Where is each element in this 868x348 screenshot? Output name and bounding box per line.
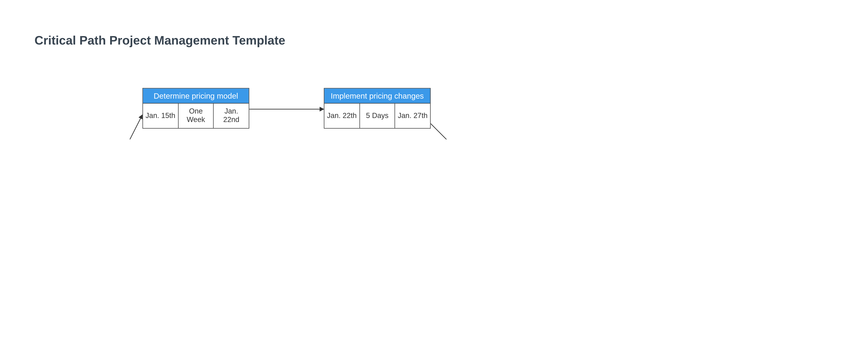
- task-duration-cell: One Week: [179, 104, 214, 128]
- task-duration-cell: 5 Days: [360, 104, 395, 128]
- task-title: Determine pricing model: [143, 89, 249, 104]
- edge-start-to-determine-pricing: [110, 115, 143, 139]
- task-title: Implement pricing changes: [324, 89, 430, 104]
- task-implement-pricing[interactable]: Implement pricing changes Jan. 22th 5 Da…: [324, 88, 431, 129]
- task-start-cell: Jan. 15th: [143, 104, 179, 128]
- page-title: Critical Path Project Management Templat…: [34, 33, 285, 48]
- edges-layer: [0, 0, 868, 139]
- task-end-cell: Jan. 27th: [395, 104, 430, 128]
- edge-implement-to-beta: [431, 123, 474, 139]
- diagram-canvas: Critical Path Project Management Templat…: [0, 0, 868, 139]
- task-cells: Jan. 15th One Week Jan. 22nd: [143, 104, 249, 128]
- task-end-cell: Jan. 22nd: [214, 104, 249, 128]
- task-cells: Jan. 22th 5 Days Jan. 27th: [324, 104, 430, 128]
- task-start-cell: Jan. 22th: [324, 104, 360, 128]
- task-determine-pricing[interactable]: Determine pricing model Jan. 15th One We…: [143, 88, 249, 129]
